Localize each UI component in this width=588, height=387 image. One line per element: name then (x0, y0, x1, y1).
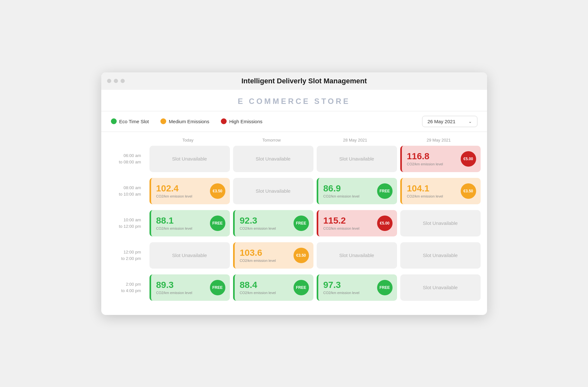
slot-badge-4-0: FREE (210, 280, 225, 295)
slot-4-1[interactable]: 88.4CO2/km emission levelFREE (233, 274, 313, 301)
slot-badge-0-3: €5.00 (461, 151, 476, 167)
slot-badge-3-1: €3.50 (294, 248, 309, 263)
slot-4-0[interactable]: 89.3CO2/km emission levelFREE (149, 274, 230, 301)
slot-2-2[interactable]: 115.2CO2/km emission level€5.00 (317, 210, 397, 236)
slot-badge-4-1: FREE (294, 280, 309, 295)
slot-badge-1-3: €3.50 (461, 183, 476, 199)
slot-1-2[interactable]: 86.9CO2/km emission levelFREE (317, 178, 397, 204)
grid-container: Today Tomorrow 28 May 2021 29 May 2021 0… (101, 132, 487, 315)
unavailable-text-0-1: Slot Unavailable (256, 156, 290, 161)
unavailable-text-4-3: Slot Unavailable (423, 285, 457, 290)
window-title-area: Intelligent Deliverly Slot Management (127, 77, 481, 85)
slot-1-0[interactable]: 102.4CO2/km emission level€3.50 (149, 178, 230, 204)
store-name: E COMMERCE STORE (101, 97, 487, 106)
slot-badge-4-2: FREE (377, 280, 393, 295)
col-header-2: 28 May 2021 (313, 138, 397, 143)
window-dot-2 (114, 79, 118, 83)
time-label-0: 06:00 amto 08:00 am (108, 152, 146, 165)
app-title: Intelligent Deliverly Slot Management (241, 77, 367, 85)
window-dot-3 (121, 79, 125, 83)
legend-medium: Medium Emissions (160, 118, 209, 124)
unavailable-text-0-2: Slot Unavailable (339, 156, 374, 161)
medium-label: Medium Emissions (169, 119, 209, 124)
grid-row-1: 08:00 amto 10:00 am102.4CO2/km emission … (108, 177, 481, 206)
grid-row-0: 06:00 amto 08:00 amSlot UnavailableSlot … (108, 144, 481, 173)
window-dot-1 (107, 79, 111, 83)
eco-label: Eco Time Slot (119, 119, 149, 124)
time-label-3: 12:00 pmto 2:00 pm (108, 249, 146, 262)
date-value: 26 May 2021 (428, 119, 456, 124)
unavailable-text-0-0: Slot Unavailable (172, 156, 207, 161)
col-header-1: Tomorrow (230, 138, 313, 143)
time-label-4: 2:00 pmto 4:00 pm (108, 281, 146, 294)
time-label-1: 08:00 amto 10:00 am (108, 185, 146, 197)
slot-badge-2-2: €5.00 (377, 216, 393, 231)
slot-4-3: Slot Unavailable (400, 274, 481, 301)
col-headers: Today Tomorrow 28 May 2021 29 May 2021 (108, 135, 481, 144)
slot-3-0: Slot Unavailable (149, 242, 230, 269)
slot-0-0: Slot Unavailable (149, 146, 230, 172)
col-header-0: Today (146, 138, 230, 143)
time-label-2: 10:00 amto 12:00 pm (108, 217, 146, 229)
grid-rows: 06:00 amto 08:00 amSlot UnavailableSlot … (108, 144, 481, 302)
grid-row-2: 10:00 amto 12:00 pm88.1CO2/km emission l… (108, 209, 481, 238)
slot-1-1: Slot Unavailable (233, 178, 313, 204)
app-window: Intelligent Deliverly Slot Management E … (101, 72, 487, 315)
chevron-down-icon: ⌄ (468, 119, 472, 124)
unavailable-text-2-3: Slot Unavailable (423, 220, 457, 226)
slot-0-2: Slot Unavailable (317, 146, 397, 172)
legend-bar: Eco Time Slot Medium Emissions High Emis… (101, 111, 487, 132)
unavailable-text-3-0: Slot Unavailable (172, 253, 207, 258)
slot-2-3: Slot Unavailable (400, 210, 481, 236)
col-header-3: 29 May 2021 (397, 138, 481, 143)
high-label: High Emissions (229, 119, 262, 124)
grid-row-3: 12:00 pmto 2:00 pmSlot Unavailable103.6C… (108, 241, 481, 270)
slot-4-2[interactable]: 97.3CO2/km emission levelFREE (317, 274, 397, 301)
slot-0-3[interactable]: 116.8CO2/km emission level€5.00 (400, 146, 481, 172)
slot-badge-1-2: FREE (377, 183, 393, 199)
titlebar: Intelligent Deliverly Slot Management (101, 72, 487, 90)
high-dot (221, 118, 227, 124)
store-header: E COMMERCE STORE (101, 90, 487, 111)
medium-dot (160, 118, 166, 124)
unavailable-text-3-3: Slot Unavailable (423, 253, 457, 258)
grid-row-4: 2:00 pmto 4:00 pm89.3CO2/km emission lev… (108, 273, 481, 302)
unavailable-text-3-2: Slot Unavailable (339, 253, 374, 258)
slot-0-1: Slot Unavailable (233, 146, 313, 172)
eco-dot (111, 118, 117, 124)
legend-high: High Emissions (221, 118, 262, 124)
slot-3-3: Slot Unavailable (400, 242, 481, 269)
slot-2-0[interactable]: 88.1CO2/km emission levelFREE (149, 210, 230, 236)
date-dropdown[interactable]: 26 May 2021 ⌄ (422, 116, 477, 127)
legend-eco: Eco Time Slot (111, 118, 149, 124)
slot-2-1[interactable]: 92.3CO2/km emission levelFREE (233, 210, 313, 236)
slot-badge-2-0: FREE (210, 216, 225, 231)
slot-1-3[interactable]: 104.1CO2/km emission level€3.50 (400, 178, 481, 204)
slot-badge-1-0: €3.50 (210, 183, 225, 199)
slot-3-2: Slot Unavailable (317, 242, 397, 269)
unavailable-text-1-1: Slot Unavailable (256, 188, 290, 194)
slot-badge-2-1: FREE (294, 216, 309, 231)
slot-3-1[interactable]: 103.6CO2/km emission level€3.50 (233, 242, 313, 269)
